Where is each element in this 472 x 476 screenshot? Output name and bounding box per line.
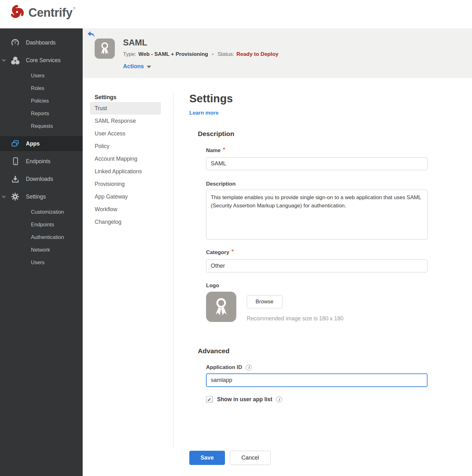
sidebar-item-authentication[interactable]: Authentication [0,231,83,243]
sidebar-item-users[interactable]: Users [0,70,83,81]
sidebar-subitem-label: Network [31,247,50,253]
label-text: Description [206,181,236,187]
chevron-down-icon [147,66,151,68]
sidebar: Dashboards Core Services Users Roles Pol… [0,28,83,476]
application-id-label: Application ID i [206,364,429,371]
logo-size-hint: Recommended image size is 180 x 180 [247,315,343,322]
sidebar-item-apps[interactable]: Apps [0,136,83,151]
subnav-item-label: SAML Response [95,118,136,124]
application-id-input[interactable] [206,373,428,387]
sidebar-item-reports[interactable]: Reports [0,108,83,119]
description-section-heading: Description [198,130,429,138]
subnav-item-label: Linked Applications [95,168,142,175]
sidebar-item-label: Dashboards [26,39,56,46]
settings-form: Settings Learn more Description Name * D… [189,92,429,465]
subnav-item-label: Trust [95,105,107,112]
back-arrow-icon[interactable] [87,31,95,38]
status-label: Status: [217,51,234,57]
info-icon[interactable]: i [246,365,252,371]
sidebar-item-label: Settings [26,193,46,200]
subnav-item-app-gateway[interactable]: App Gateway [90,190,161,203]
required-asterisk: * [223,146,225,153]
cancel-button[interactable]: Cancel [230,451,271,465]
centrify-swirl-icon [9,4,25,21]
logo-preview [206,292,236,322]
centrify-admin-app: Centrify ® Dashboards [0,0,472,476]
vertical-divider [173,93,174,448]
subnav-item-label: Provisioning [95,181,125,187]
award-ribbon-icon [211,296,232,318]
description-textarea[interactable]: This template enables you to provide sin… [206,190,428,240]
sidebar-subitem-label: Users [31,73,44,79]
sidebar-item-settings[interactable]: Settings [0,190,83,204]
sidebar-item-network[interactable]: Network [0,244,83,255]
show-in-app-list-checkbox[interactable]: ✓ [206,396,213,403]
meta-separator: • [212,51,214,57]
page-title: SAML [123,38,147,48]
label-text: Name [206,147,221,154]
sidebar-subitem-label: Authentication [31,234,64,240]
subnav-item-label: Policy [95,143,109,150]
app-logo-badge [95,39,115,59]
learn-more-link[interactable]: Learn more [189,110,219,116]
sidebar-item-core-services[interactable]: Core Services [0,53,83,67]
subnav-item-user-access[interactable]: User Access [90,127,161,140]
sidebar-item-label: Endpoints [26,158,50,165]
category-input[interactable] [206,259,428,272]
name-input[interactable] [206,157,428,170]
subnav-item-label: Workflow [95,206,117,213]
sidebar-item-roles[interactable]: Roles [0,82,83,94]
app-header-banner: SAML Type: Web - SAML + Provisioning • S… [83,28,472,78]
gear-icon [11,193,20,201]
sidebar-subitem-label: Roles [31,85,44,91]
sidebar-subitem-label: Requests [31,123,53,129]
sidebar-subitem-label: Policies [31,98,49,104]
label-text: Application ID [206,364,242,371]
name-field-label: Name * [206,147,429,154]
subnav-item-account-mapping[interactable]: Account Mapping [90,152,161,165]
subnav-item-label: App Gateway [95,193,128,200]
sidebar-item-downloads[interactable]: Downloads [0,172,83,186]
sidebar-item-policies[interactable]: Policies [0,95,83,106]
subnav-item-policy[interactable]: Policy [90,140,161,152]
subnav-item-workflow[interactable]: Workflow [90,203,161,216]
sidebar-item-endpoints[interactable]: Endpoints [0,154,83,168]
sidebar-item-label: Core Services [26,57,61,64]
subnav-item-saml-response[interactable]: SAML Response [90,115,161,127]
info-icon[interactable]: i [276,396,282,402]
description-field-label: Description [206,181,429,187]
actions-menu-button[interactable]: Actions [123,63,151,70]
topbar: Centrify ® [0,0,472,28]
show-in-app-list-label: Show in user app list [217,396,272,403]
sidebar-item-settings-endpoints[interactable]: Endpoints [0,219,83,230]
sidebar-subitem-label: Endpoints [31,222,54,228]
subnav-item-label: Account Mapping [95,156,137,162]
sidebar-item-label: Downloads [26,176,53,182]
subnav-item-label: Changelog [95,219,121,225]
sidebar-item-dashboards[interactable]: Dashboards [0,36,83,50]
subnav-item-changelog[interactable]: Changelog [90,216,161,228]
save-button[interactable]: Save [189,451,225,465]
gauge-icon [11,39,20,47]
type-label: Type: [123,51,136,57]
sidebar-item-settings-users[interactable]: Users [0,257,83,268]
sidebar-item-customization[interactable]: Customization [0,206,83,217]
sidebar-subitem-label: Reports [31,110,49,116]
sidebar-subitem-label: Customization [31,209,64,215]
settings-subnav: Settings Trust SAML Response User Access… [90,92,161,228]
brand-logo: Centrify ® [9,4,76,21]
subnav-item-linked-applications[interactable]: Linked Applications [90,165,161,178]
sidebar-subitem-label: Users [31,259,44,265]
browse-button[interactable]: Browse [247,295,282,308]
actions-label: Actions [123,63,144,70]
sidebar-item-label: Apps [26,140,40,147]
subnav-item-provisioning[interactable]: Provisioning [90,178,161,190]
category-field-label: Category * [206,249,429,256]
label-text: Logo [206,283,219,289]
subnav-item-trust[interactable]: Trust [90,102,161,115]
subnav-item-label: User Access [95,130,125,137]
app-meta-line: Type: Web - SAML + Provisioning • Status… [123,51,279,57]
required-asterisk: * [232,248,234,255]
sidebar-item-requests[interactable]: Requests [0,120,83,132]
core-services-icon [11,56,20,65]
